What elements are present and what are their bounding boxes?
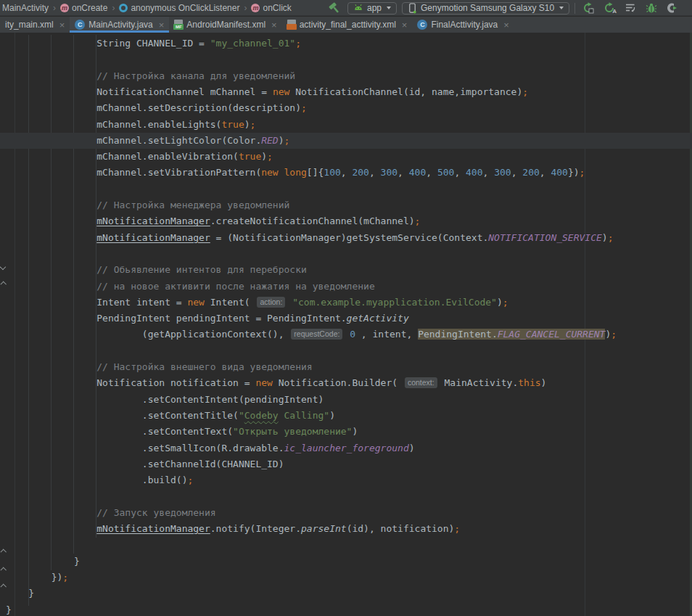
debug-button[interactable]	[643, 0, 659, 16]
code-line[interactable]: mChannel.enableVibration(true);	[0, 149, 692, 165]
code-token: Intent(	[205, 297, 255, 308]
anonymous-class-icon	[119, 4, 128, 12]
close-icon[interactable]: ×	[271, 20, 277, 30]
breadcrumb-label: anonymous OnClickListener	[131, 3, 239, 13]
apply-code-changes-button[interactable]: A	[601, 0, 617, 16]
code-line[interactable]: }	[0, 554, 692, 570]
tab-activity-final-acttivity-xml[interactable]: activity_final_acttivity.xml ×	[282, 17, 413, 33]
code-line[interactable]: // Обьявление интентов для переброски	[0, 262, 692, 278]
code-token: }	[28, 588, 34, 599]
breadcrumb-separator-icon: ›	[244, 3, 247, 13]
code-token: ;	[250, 119, 256, 130]
breadcrumb-item-anonymous-class[interactable]: anonymous OnClickListener	[119, 3, 239, 13]
code-token: // на новое активити после нажатия на ув…	[96, 281, 375, 292]
code-line[interactable]	[0, 246, 692, 262]
code-token: , intent,	[355, 329, 418, 340]
code-token: .setSmallIcon(R.drawable.	[142, 443, 284, 453]
code-line[interactable]: mChannel.setLightColor(Color.RED);	[0, 133, 692, 149]
code-line[interactable]: // Настройка менеджера уведомлений	[0, 197, 692, 213]
close-icon[interactable]: ×	[59, 20, 65, 30]
close-icon[interactable]: ×	[503, 20, 509, 30]
phone-icon	[408, 3, 417, 14]
build-button[interactable]	[326, 0, 342, 16]
code-token: ,	[341, 167, 353, 178]
code-line[interactable]: .setContentIntent(pendingIntent)	[0, 392, 692, 408]
code-token	[287, 297, 292, 308]
code-token: ,	[540, 167, 551, 178]
code-line[interactable]: mNotificationManager = (NotificationMana…	[0, 230, 692, 246]
code-token: // Настройка менеджера уведомлений	[96, 200, 289, 210]
code-line[interactable]: });	[0, 570, 692, 586]
code-token: .notify(Integer.	[210, 523, 301, 534]
code-line[interactable]: .setContentText("Открыть уведомление")	[0, 424, 692, 440]
code-line[interactable]: (getApplicationContext(), requestCode: 0…	[0, 327, 692, 342]
code-line[interactable]	[0, 537, 692, 553]
code-line[interactable]: .setSmallIcon(R.drawable.ic_launcher_for…	[0, 440, 692, 456]
code-token: ;	[608, 232, 614, 243]
code-token: // Настройка внешнего вида уведомления	[96, 361, 312, 372]
code-line[interactable]: }	[0, 602, 692, 616]
code-token: RED	[261, 135, 278, 146]
tab-activity-main-xml[interactable]: ity_main.xml ×	[0, 17, 70, 33]
run-configuration-select[interactable]: app	[347, 2, 397, 15]
code-token: ;	[62, 572, 68, 583]
code-editor[interactable]: String CHANNEL_ID = "my_channel_01"; // …	[0, 33, 692, 616]
list-lines-icon	[625, 2, 636, 14]
code-line[interactable]: }	[0, 586, 692, 601]
code-token: mChannel.setLightColor(Color.	[96, 135, 261, 146]
code-line[interactable]	[0, 488, 692, 504]
code-line[interactable]: mNotificationManager.createNotificationC…	[0, 213, 692, 229]
code-line[interactable]: mChannel.enableLights(true);	[0, 117, 692, 133]
code-line[interactable]: PendingIntent pendingIntent = PendingInt…	[0, 311, 692, 327]
tab-label: activity_final_acttivity.xml	[300, 20, 396, 30]
apply-changes-button[interactable]	[580, 0, 596, 16]
build-menu-button[interactable]	[622, 0, 638, 16]
code-line[interactable]: // на новое активити после нажатия на ув…	[0, 279, 692, 295]
tab-finalacttivity-java[interactable]: C FinalActtivity.java ×	[412, 17, 514, 33]
tab-androidmanifest-xml[interactable]: MF AndroidManifest.xml ×	[169, 17, 281, 33]
code-token: .build()	[142, 475, 188, 485]
code-line[interactable]: // Запуск уведомления	[0, 505, 692, 521]
code-token: ,	[369, 167, 381, 178]
android-studio-window: MainActivity › m onCreate › anonymous On…	[0, 0, 692, 616]
code-token: 300	[494, 167, 511, 178]
code-line[interactable]: .setContentTitle("Codeby Calling")	[0, 408, 692, 424]
code-line[interactable]: // Настройка внешнего вида уведомления	[0, 359, 692, 375]
code-token: mChannel.enableLights(	[96, 119, 221, 130]
tab-mainactivity-java[interactable]: C MainActivity.java ×	[70, 17, 169, 33]
code-token: // Обьявление интентов для переброски	[96, 264, 307, 275]
code-line[interactable]: // Настройка канала для уведомлений	[0, 68, 692, 84]
code-token: // Настройка канала для уведомлений	[96, 70, 295, 81]
code-token: MainActivity.	[439, 377, 519, 388]
code-line[interactable]: Notification notification = new Notifica…	[0, 375, 692, 391]
breadcrumb-item-onclick[interactable]: m onClick	[251, 3, 291, 13]
code-line[interactable]: NotificationChannel mChannel = new Notif…	[0, 84, 692, 100]
code-line[interactable]: .build();	[0, 472, 692, 488]
code-token: "my_channel_01"	[210, 38, 295, 49]
code-line[interactable]: mNotificationManager.notify(Integer.pars…	[0, 521, 692, 537]
code-line[interactable]	[0, 52, 692, 67]
code-line[interactable]: mChannel.setVibrationPattern(new long[]{…	[0, 165, 692, 181]
chevron-down-icon	[559, 7, 564, 9]
code-token: )	[261, 151, 267, 162]
breadcrumb-item-class[interactable]: MainActivity	[2, 3, 49, 13]
device-select[interactable]: Genymotion Samsung Galaxy S10	[402, 2, 569, 15]
code-token: new	[255, 377, 272, 388]
code-line[interactable]: String CHANNEL_ID = "my_channel_01";	[0, 36, 692, 52]
profiler-button[interactable]	[664, 0, 680, 16]
close-icon[interactable]: ×	[402, 20, 408, 30]
code-line[interactable]	[0, 343, 692, 359]
close-icon[interactable]: ×	[159, 20, 165, 30]
code-token: ;	[301, 102, 307, 113]
code-token: mChannel.setDescription(description)	[96, 102, 301, 113]
code-token: .createNotificationChannel(mChannel)	[210, 215, 415, 226]
code-line[interactable]: .setChannelId(CHANNEL_ID)	[0, 456, 692, 472]
code-line[interactable]	[0, 181, 692, 197]
code-token: NotificationChannel mChannel =	[96, 86, 273, 97]
breadcrumb-item-oncreate[interactable]: m onCreate	[60, 3, 107, 13]
device-label: Genymotion Samsung Galaxy S10	[421, 3, 554, 13]
code-line[interactable]: Intent intent = new Intent( action: "com…	[0, 295, 692, 311]
code-token: FLAG_CANCEL_CURRENT	[498, 329, 606, 340]
code-line[interactable]: mChannel.setDescription(description);	[0, 100, 692, 116]
code-token: )	[279, 135, 284, 146]
